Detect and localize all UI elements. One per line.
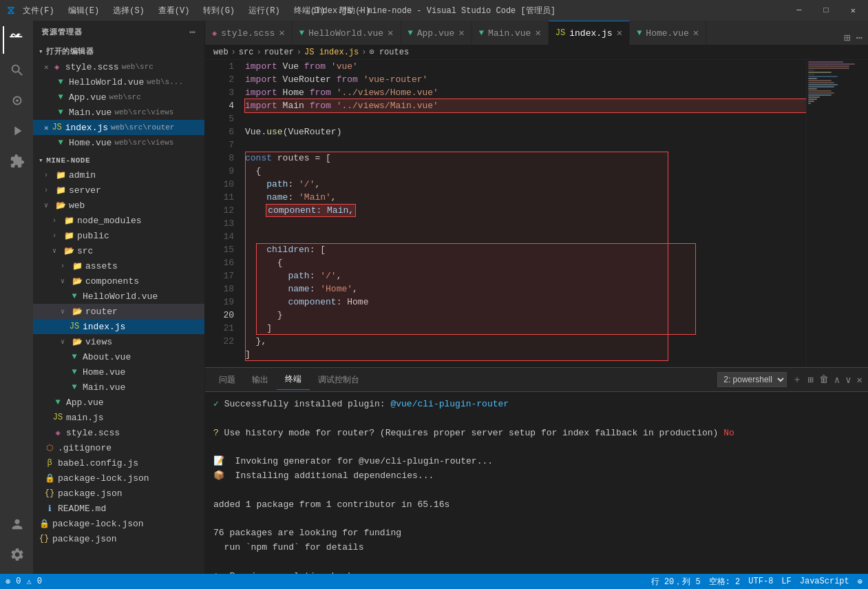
menu-item[interactable]: 运行(R) [246,3,283,18]
file-index-js[interactable]: JS index.js [33,319,204,334]
tab-close-icon[interactable]: ✕ [388,28,393,38]
file-path: web\s... [147,78,183,86]
tab-close-icon[interactable]: ✕ [617,28,622,38]
tab-close-icon[interactable]: ✕ [693,28,699,38]
more-actions-icon[interactable]: ⋯ [856,31,862,45]
menu-item[interactable]: 查看(V) [156,3,193,18]
explorer-icon[interactable] [3,26,30,54]
file-readme[interactable]: ℹ README.md [33,501,204,516]
file-main-js[interactable]: JS main.js [33,410,204,425]
tab-close-icon[interactable]: ✕ [458,28,464,38]
minimap-line [808,65,849,67]
split-editor-icon[interactable]: ⊞ [844,31,851,45]
feedback-icon[interactable]: ⊕ [858,577,862,587]
terminal-chevron-down-icon[interactable]: ∨ [845,374,851,386]
terminal-tab-terminal[interactable]: 终端 [277,369,310,390]
file-root-package-lock[interactable]: 🔒 package-lock.json [33,516,204,531]
folder-icon: 📁 [72,261,83,271]
menu-item[interactable]: 选择(S) [110,3,147,18]
tab-close-icon[interactable]: ✕ [279,28,284,38]
window-control[interactable]: □ [818,4,834,17]
terminal-add-icon[interactable]: ＋ [792,373,802,386]
folder-server[interactable]: › 📁 server [33,183,204,198]
file-about-vue[interactable]: ▼ About.vue [33,349,204,364]
open-editor-main-vue[interactable]: ▼ Main.vue web\src\views [33,105,204,120]
indent-size[interactable]: 空格: 2 [709,576,741,588]
open-editor-helloworld-vue[interactable]: ▼ HelloWorld.vue web\s... [33,74,204,90]
code-content[interactable]: import Vue from 'vue' import VueRouter f… [240,60,806,367]
tab-app-vue[interactable]: ▼ App.vue ✕ [401,21,472,45]
folder-node-modules[interactable]: › 📁 node_modules [33,213,204,228]
window-control[interactable]: ✕ [845,4,861,17]
file-package-json[interactable]: {} package.json [33,486,204,501]
open-editor-index-js[interactable]: ✕ JS index.js web\src\router [33,120,204,135]
tab-style-scss[interactable]: ◈ style.scss ✕ [205,21,293,45]
menu-item[interactable]: 编辑(E) [65,3,103,18]
terminal-tab-output[interactable]: 输出 [244,370,277,390]
file-package-lock-json[interactable]: 🔒 package-lock.json [33,471,204,486]
sidebar-actions: ⋯ [190,26,196,38]
code-editor[interactable]: 1 2 3 4 5 6 7 8 9 10 11 12 13 14 [205,60,868,367]
run-icon[interactable] [3,117,30,145]
extensions-icon[interactable] [3,147,30,175]
tab-index-js[interactable]: JS index.js ✕ [549,21,630,45]
minimap-line [808,90,832,92]
file-main-vue[interactable]: ▼ Main.vue [33,380,204,395]
breadcrumb-router[interactable]: router [264,48,294,57]
folder-web[interactable]: ∨ 📂 web [33,198,204,213]
tab-main-vue[interactable]: ▼ Main.vue ✕ [472,21,549,45]
encoding[interactable]: UTF-8 [748,577,773,586]
menu-item[interactable]: 文件(F) [20,3,57,18]
terminal-selector[interactable]: 2: powershell [717,372,787,387]
file-home-vue[interactable]: ▼ Home.vue [33,364,204,380]
folder-src[interactable]: ∨ 📂 src [33,243,204,258]
breadcrumb-file[interactable]: JS index.js [304,48,359,57]
terminal-trash-icon[interactable]: 🗑 [819,374,829,385]
folder-public[interactable]: › 📁 public [33,228,204,243]
status-right: 行 20，列 5 空格: 2 UTF-8 LF JavaScript ⊕ [651,576,862,588]
folder-router[interactable]: ∨ 📂 router [33,304,204,319]
git-branch-icon[interactable]: ⊗ [6,577,10,587]
plugin-link[interactable]: @vue/cli-plugin-router [390,399,509,409]
tab-home-vue[interactable]: ▼ Home.vue ✕ [630,21,706,45]
language-mode[interactable]: JavaScript [800,577,849,586]
file-helloworld-vue[interactable]: ▼ HelloWorld.vue [33,289,204,304]
search-activity-icon[interactable] [3,56,30,84]
terminal-split-icon[interactable]: ⊞ [807,374,813,386]
terminal-content[interactable]: ✓ Successfully installed plugin: @vue/cl… [205,392,868,574]
file-style-scss[interactable]: ◈ style.scss [33,425,204,440]
open-editor-home-vue[interactable]: ▼ Home.vue web\src\views [33,135,204,150]
open-editor-app-vue[interactable]: ▼ App.vue web\src [33,90,204,105]
tab-helloworld-vue[interactable]: ▼ HelloWorld.vue ✕ [293,21,401,45]
file-babel-config[interactable]: β babel.config.js [33,455,204,471]
open-editors-section[interactable]: ▾ 打开的编辑器 [33,43,204,59]
terminal-tab-problems[interactable]: 问题 [211,370,244,390]
breadcrumb-symbol[interactable]: ⊙ routes [369,47,409,57]
close-icon[interactable]: ✕ [44,63,49,72]
line-num: 2 [205,73,234,86]
breadcrumb-src[interactable]: src [239,48,254,57]
line-ending[interactable]: LF [781,577,791,586]
breadcrumb-web[interactable]: web [213,48,229,57]
account-icon[interactable] [3,510,30,538]
terminal-close-icon[interactable]: ✕ [857,374,862,386]
file-gitignore[interactable]: ⬡ .gitignore [33,440,204,455]
folder-admin[interactable]: › 📁 admin [33,167,204,183]
file-root-package-json[interactable]: {} package.json [33,531,204,546]
open-editor-style-scss[interactable]: ✕ ◈ style.scss web\src [33,59,204,74]
settings-icon[interactable] [3,541,30,568]
folder-views[interactable]: ∨ 📂 views [33,334,204,349]
close-icon[interactable]: ✕ [44,123,49,132]
folder-components[interactable]: ∨ 📂 components [33,273,204,289]
window-control[interactable]: — [791,4,807,17]
menu-item[interactable]: 转到(G) [200,3,237,18]
terminal-tab-debug[interactable]: 调试控制台 [310,370,368,390]
mine-node-section[interactable]: ▾ MINE-NODE [33,153,204,167]
terminal-chevron-up-icon[interactable]: ∧ [834,374,840,386]
cursor-position[interactable]: 行 20，列 5 [651,576,701,588]
new-file-icon[interactable]: ⋯ [190,26,196,38]
folder-assets[interactable]: › 📁 assets [33,258,204,273]
source-control-icon[interactable] [3,87,30,114]
tab-close-icon[interactable]: ✕ [535,28,540,38]
file-app-vue[interactable]: ▼ App.vue [33,395,204,410]
